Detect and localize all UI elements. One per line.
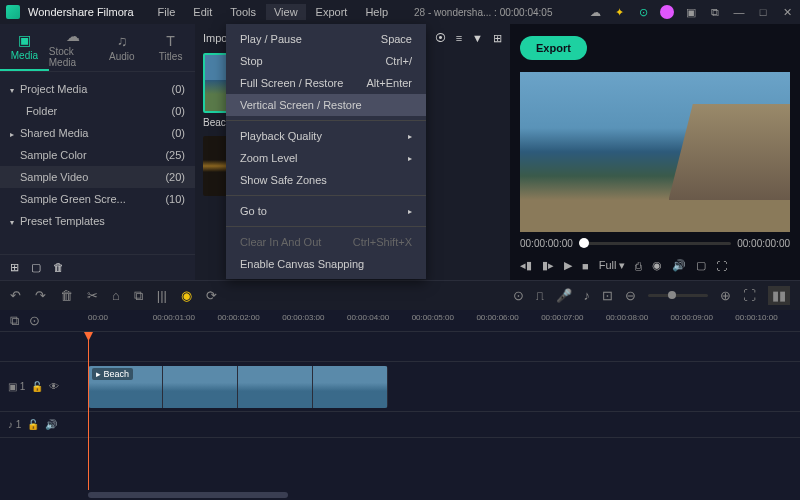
menu-edit[interactable]: Edit bbox=[185, 4, 220, 20]
menu-export[interactable]: Export bbox=[308, 4, 356, 20]
color-icon[interactable]: ◉ bbox=[181, 288, 192, 303]
save-icon[interactable]: ▣ bbox=[684, 5, 698, 19]
crop-icon[interactable]: ⧉ bbox=[134, 288, 143, 304]
minimize-icon[interactable]: — bbox=[732, 5, 746, 19]
lock-icon[interactable]: 🔓 bbox=[31, 381, 43, 392]
tab-audio[interactable]: ♫Audio bbox=[98, 24, 147, 71]
fullscreen-icon[interactable]: ⛶ bbox=[716, 260, 727, 272]
timeline-scrollbar[interactable] bbox=[0, 490, 800, 500]
redo-icon[interactable]: ↷ bbox=[35, 288, 46, 303]
dd-separator bbox=[226, 195, 426, 196]
dd-canvas-snapping[interactable]: Enable Canvas Snapping bbox=[226, 253, 426, 275]
maximize-icon[interactable]: □ bbox=[756, 5, 770, 19]
zoom-out-icon[interactable]: ⊖ bbox=[625, 288, 636, 303]
play-icon[interactable]: ▶ bbox=[564, 259, 572, 272]
app-name: Wondershare Filmora bbox=[28, 6, 134, 18]
pause-view-icon[interactable]: ▮▮ bbox=[768, 286, 790, 305]
dd-vertical-screen[interactable]: Vertical Screen / Restore bbox=[226, 94, 426, 116]
dd-stop[interactable]: StopCtrl+/ bbox=[226, 50, 426, 72]
cloud-icon: ☁ bbox=[66, 28, 80, 44]
tab-stock[interactable]: ☁Stock Media bbox=[49, 24, 98, 71]
eye-icon[interactable]: 👁 bbox=[49, 381, 59, 392]
sort-icon[interactable]: ≡ bbox=[456, 32, 462, 45]
tree-green-screen[interactable]: Sample Green Scre...(10) bbox=[0, 188, 195, 210]
project-info: 28 - wondersha... : 00:00:04:05 bbox=[414, 7, 552, 18]
chevron-down-icon: ▾ bbox=[10, 86, 20, 95]
stop-icon[interactable]: ■ bbox=[582, 260, 589, 272]
camera-icon[interactable]: ◉ bbox=[652, 259, 662, 272]
zoom-in-icon[interactable]: ⊕ bbox=[720, 288, 731, 303]
refresh-icon[interactable]: ⟳ bbox=[206, 288, 217, 303]
tree-project-media[interactable]: ▾Project Media(0) bbox=[0, 78, 195, 100]
bulb-icon[interactable]: ✦ bbox=[612, 5, 626, 19]
delete-icon[interactable]: 🗑 bbox=[53, 261, 64, 274]
tab-media[interactable]: ▣Media bbox=[0, 24, 49, 71]
dd-safe-zones[interactable]: Show Safe Zones bbox=[226, 169, 426, 191]
playhead[interactable] bbox=[88, 332, 89, 490]
avatar-icon[interactable] bbox=[660, 5, 674, 19]
cut-icon[interactable]: ✂ bbox=[87, 288, 98, 303]
headset-icon[interactable]: ⊙ bbox=[636, 5, 650, 19]
chevron-right-icon: ▸ bbox=[408, 207, 412, 216]
link-icon[interactable]: ⧉ bbox=[10, 313, 19, 329]
tag-icon[interactable]: ⌂ bbox=[112, 288, 120, 303]
marker-add-icon[interactable]: ⊡ bbox=[602, 288, 613, 303]
app-logo bbox=[6, 5, 20, 19]
export-button[interactable]: Export bbox=[520, 36, 587, 60]
volume-icon[interactable]: 🔊 bbox=[672, 259, 686, 272]
preview-scrubber[interactable] bbox=[579, 242, 731, 245]
mixer-icon[interactable]: ⊙ bbox=[513, 288, 524, 303]
lock-icon[interactable]: 🔓 bbox=[27, 419, 39, 430]
titles-icon: T bbox=[166, 33, 175, 49]
dd-playback-quality[interactable]: Playback Quality▸ bbox=[226, 125, 426, 147]
menu-view[interactable]: View bbox=[266, 4, 306, 20]
step-back-icon[interactable]: ▮▸ bbox=[542, 259, 554, 272]
speed-icon[interactable]: ||| bbox=[157, 288, 167, 303]
zoom-slider[interactable] bbox=[648, 294, 708, 297]
time-total: 00:00:00:00 bbox=[737, 238, 790, 249]
delete-icon[interactable]: 🗑 bbox=[60, 288, 73, 303]
timeline-ruler[interactable]: ⧉ ⊙ 00:0000:00:01:0000:00:02:0000:00:03:… bbox=[0, 310, 800, 332]
mic-icon[interactable]: 🎤 bbox=[556, 288, 572, 303]
audio-track-1[interactable]: ♪ 1🔓🔊 bbox=[0, 412, 800, 438]
layers-icon[interactable]: ⧉ bbox=[708, 5, 722, 19]
video-track-1[interactable]: ▣ 1🔓👁 ▸ Beach bbox=[0, 362, 800, 412]
prev-frame-icon[interactable]: ◂▮ bbox=[520, 259, 532, 272]
video-preview[interactable] bbox=[520, 72, 790, 232]
record-icon[interactable]: ⦿ bbox=[435, 32, 446, 45]
fit-icon[interactable]: ⛶ bbox=[743, 288, 756, 303]
music-icon[interactable]: ♪ bbox=[584, 288, 591, 303]
snapshot-icon[interactable]: ⎙ bbox=[635, 260, 642, 272]
quality-dropdown[interactable]: Full ▾ bbox=[599, 259, 626, 272]
spacer-track bbox=[0, 332, 800, 362]
grid-icon[interactable]: ⊞ bbox=[493, 32, 502, 45]
dd-separator bbox=[226, 120, 426, 121]
marker-icon[interactable]: ▢ bbox=[696, 259, 706, 272]
tree-shared-media[interactable]: ▸Shared Media(0) bbox=[0, 122, 195, 144]
menu-help[interactable]: Help bbox=[357, 4, 396, 20]
tree-folder[interactable]: Folder(0) bbox=[0, 100, 195, 122]
audio-sync-icon[interactable]: ⎍ bbox=[536, 288, 544, 303]
new-folder-icon[interactable]: ⊞ bbox=[10, 261, 19, 274]
menu-file[interactable]: File bbox=[150, 4, 184, 20]
tab-titles[interactable]: TTitles bbox=[146, 24, 195, 71]
mute-icon[interactable]: 🔊 bbox=[45, 419, 57, 430]
timeline: ⧉ ⊙ 00:0000:00:01:0000:00:02:0000:00:03:… bbox=[0, 310, 800, 500]
folder-icon[interactable]: ▢ bbox=[31, 261, 41, 274]
dd-goto[interactable]: Go to▸ bbox=[226, 200, 426, 222]
menubar: File Edit Tools View Export Help bbox=[150, 4, 396, 20]
tree-preset-templates[interactable]: ▾Preset Templates bbox=[0, 210, 195, 232]
menu-tools[interactable]: Tools bbox=[222, 4, 264, 20]
dd-fullscreen[interactable]: Full Screen / RestoreAlt+Enter bbox=[226, 72, 426, 94]
filter-icon[interactable]: ▼ bbox=[472, 32, 483, 45]
close-icon[interactable]: ✕ bbox=[780, 5, 794, 19]
dd-zoom-level[interactable]: Zoom Level▸ bbox=[226, 147, 426, 169]
tree-sample-color[interactable]: Sample Color(25) bbox=[0, 144, 195, 166]
clip-beach[interactable]: ▸ Beach bbox=[88, 366, 388, 408]
dd-play-pause[interactable]: Play / PauseSpace bbox=[226, 28, 426, 50]
cloud-icon[interactable]: ☁ bbox=[588, 5, 602, 19]
timeline-toolbar: ↶ ↷ 🗑 ✂ ⌂ ⧉ ||| ◉ ⟳ ⊙ ⎍ 🎤 ♪ ⊡ ⊖ ⊕ ⛶ ▮▮ bbox=[0, 280, 800, 310]
undo-icon[interactable]: ↶ bbox=[10, 288, 21, 303]
tree-sample-video[interactable]: Sample Video(20) bbox=[0, 166, 195, 188]
magnet-icon[interactable]: ⊙ bbox=[29, 313, 40, 329]
